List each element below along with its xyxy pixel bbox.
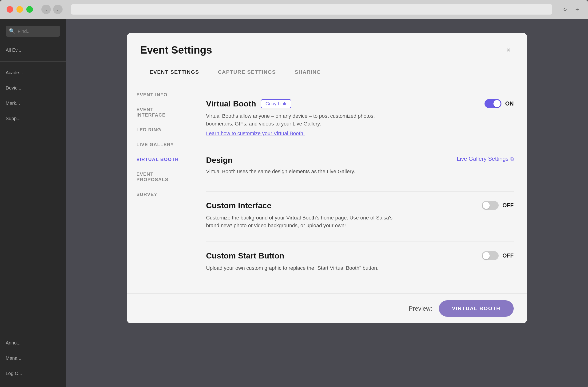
modal-tabs: EVENT SETTINGS CAPTURE SETTINGS SHARING (127, 64, 527, 80)
modal-header: Event Settings × (127, 33, 527, 56)
custom-interface-section: Custom Interface OFF Customize the backg… (206, 192, 514, 242)
custom-start-button-title: Custom Start Button (206, 251, 284, 260)
tab-sharing[interactable]: SHARING (285, 64, 331, 80)
sidebar-divider-1 (0, 61, 66, 61)
tab-capture-settings[interactable]: CAPTURE SETTINGS (208, 64, 285, 80)
toggle-knob (493, 100, 501, 107)
modal-body: EVENT INFO EVENT INTERFACE LED RING LIVE… (127, 80, 527, 293)
virtual-booth-toggle[interactable] (484, 99, 502, 108)
nav-led-ring[interactable]: LED RING (127, 122, 193, 137)
close-button[interactable] (7, 6, 13, 13)
nav-virtual-booth[interactable]: VIRTUAL BOOTH (127, 152, 193, 167)
main-area: Event Settings × EVENT SETTINGS CAPTURE … (66, 19, 588, 387)
nav-event-interface[interactable]: EVENT INTERFACE (127, 102, 193, 122)
custom-start-button-header: Custom Start Button OFF (206, 251, 514, 260)
custom-start-button-section: Custom Start Button OFF Upload your own … (206, 242, 514, 284)
sidebar-item-support[interactable]: Supp... (0, 112, 66, 125)
custom-start-button-description: Upload your own custom graphic to replac… (206, 264, 394, 272)
toggle-knob-3 (483, 252, 490, 259)
preview-label: Preview: (409, 305, 432, 312)
virtual-booth-learn-link[interactable]: Learn how to customize your Virtual Boot… (206, 130, 305, 136)
search-placeholder: Find... (18, 29, 31, 34)
modal-close-button[interactable]: × (503, 45, 514, 55)
toggle-knob-2 (483, 202, 490, 209)
custom-interface-toggle[interactable] (482, 201, 499, 210)
preview-virtual-booth-button[interactable]: VIRTUAL BOOTH (439, 300, 514, 317)
sidebar-item-log[interactable]: Log C... (0, 367, 66, 380)
modal-footer: Preview: VIRTUAL BOOTH (127, 293, 527, 323)
search-field[interactable]: 🔍 Find... (6, 26, 60, 37)
new-tab-button[interactable]: + (573, 5, 581, 14)
custom-start-button-toggle-label: OFF (502, 252, 514, 259)
sidebar-item-announcements[interactable]: Anno... (0, 336, 66, 349)
sidebar-item-academy[interactable]: Acade... (0, 66, 66, 79)
modal-content: Virtual Booth Copy Link ON (193, 80, 527, 293)
design-section: Design Virtual Booth uses the same desig… (206, 146, 514, 192)
reload-button[interactable]: ↻ (561, 5, 569, 14)
virtual-booth-title: Virtual Booth (206, 99, 256, 108)
nav-live-gallery[interactable]: LIVE GALLERY (127, 137, 193, 152)
design-header: Design Virtual Booth uses the same desig… (206, 155, 514, 178)
design-right: Live Gallery Settings ⧉ (457, 155, 514, 162)
modal-nav: EVENT INFO EVENT INTERFACE LED RING LIVE… (127, 80, 193, 293)
custom-interface-toggle-area: OFF (482, 201, 514, 210)
custom-interface-description: Customize the background of your Virtual… (206, 214, 394, 229)
browser-titlebar: ‹ › ↻ + (0, 0, 588, 19)
virtual-booth-title-row: Virtual Booth Copy Link (206, 99, 291, 108)
custom-interface-header: Custom Interface OFF (206, 201, 514, 210)
virtual-booth-description: Virtual Booths allow anyone – on any dev… (206, 112, 394, 128)
nav-buttons: ‹ › (42, 5, 63, 14)
external-link-icon: ⧉ (510, 156, 514, 162)
search-icon: 🔍 (9, 28, 15, 34)
live-gallery-settings-label: Live Gallery Settings (457, 155, 508, 162)
custom-start-button-toggle[interactable] (482, 251, 499, 260)
design-description: Virtual Booth uses the same design eleme… (206, 168, 355, 175)
design-title: Design (206, 155, 355, 165)
virtual-booth-section: Virtual Booth Copy Link ON (206, 90, 514, 146)
sidebar-item-devices[interactable]: Devic... (0, 81, 66, 95)
copy-link-button[interactable]: Copy Link (261, 99, 291, 108)
custom-interface-title: Custom Interface (206, 201, 272, 210)
virtual-booth-toggle-label: ON (505, 100, 514, 107)
browser-content: 🔍 Find... All Ev... Acade... Devic... Ma… (0, 19, 588, 387)
nav-survey[interactable]: SURVEY (127, 187, 193, 202)
sidebar-item-marketing[interactable]: Mark... (0, 97, 66, 110)
custom-interface-left: Custom Interface (206, 201, 272, 210)
virtual-booth-toggle-area: ON (484, 99, 514, 108)
forward-button[interactable]: › (53, 5, 63, 14)
sidebar-search: 🔍 Find... (0, 26, 66, 37)
sidebar: 🔍 Find... All Ev... Acade... Devic... Ma… (0, 19, 66, 387)
back-button[interactable]: ‹ (42, 5, 51, 14)
traffic-lights (7, 6, 33, 13)
custom-start-button-left: Custom Start Button (206, 251, 284, 260)
design-left: Design Virtual Booth uses the same desig… (206, 155, 355, 178)
minimize-button[interactable] (17, 6, 23, 13)
sidebar-item-all-events[interactable]: All Ev... (0, 44, 66, 57)
modal-title: Event Settings (140, 44, 212, 56)
browser-window: ‹ › ↻ + 🔍 Find... All Ev... Acade... Dev… (0, 0, 588, 387)
nav-event-proposals[interactable]: EVENT PROPOSALS (127, 167, 193, 187)
virtual-booth-header: Virtual Booth Copy Link ON (206, 99, 514, 108)
address-bar[interactable] (71, 4, 552, 15)
live-gallery-settings-link[interactable]: Live Gallery Settings ⧉ (457, 155, 514, 162)
maximize-button[interactable] (26, 6, 33, 13)
custom-interface-toggle-label: OFF (502, 202, 514, 209)
event-settings-modal: Event Settings × EVENT SETTINGS CAPTURE … (127, 33, 527, 323)
nav-event-info[interactable]: EVENT INFO (127, 87, 193, 102)
tab-event-settings[interactable]: EVENT SETTINGS (140, 64, 208, 80)
sidebar-item-manage[interactable]: Mana... (0, 352, 66, 365)
custom-start-button-toggle-area: OFF (482, 251, 514, 260)
